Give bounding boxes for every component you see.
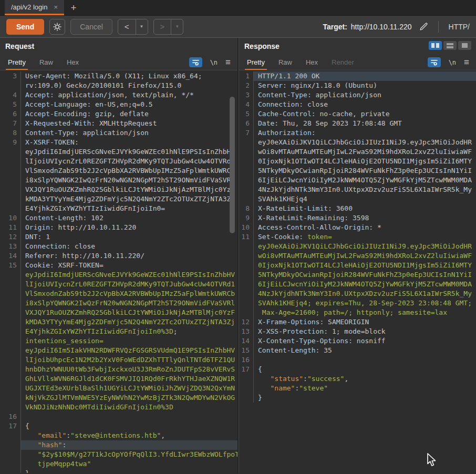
line-number: 13 [239, 327, 253, 336]
close-icon[interactable]: × [54, 3, 58, 11]
code-line: "$2y$10$M/g27T1kJcOpYOfPqQlI3.YfdLIwr3EW… [0, 450, 237, 459]
settings-button[interactable] [49, 19, 65, 35]
code-line: 10Access-Control-Allow-Origin: * [239, 223, 476, 232]
line-number: 6 [239, 119, 253, 128]
line-number: 17 [0, 421, 20, 431]
line-number [0, 450, 20, 459]
code-line: 9X-RateLimit-Remaining: 3598 [239, 213, 476, 223]
cancel-button[interactable]: Cancel [70, 19, 112, 35]
layout-columns-icon [436, 43, 439, 48]
tab-request-hex[interactable]: Hex [60, 55, 86, 70]
line-number: 3 [239, 90, 253, 100]
code-line: 4NzJkYjdhNTk3NmY3In0.UXtpxXDzv2uzFiS5L6X… [239, 185, 476, 194]
tab-response-render: Render [325, 55, 361, 70]
code-line: SVAhk1KHEjq4 [239, 194, 476, 204]
line-number: 10 [0, 213, 20, 223]
line-number [239, 166, 253, 176]
chevron-down-icon: ▼ [140, 24, 144, 29]
code-line: 13X-XSS-Protection: 1; mode=block [239, 327, 476, 336]
toolbar-divider [438, 21, 439, 33]
forward-history-dropdown[interactable]: ▼ [171, 19, 183, 34]
tab-response-hex[interactable]: Hex [299, 55, 325, 70]
line-number: 3 [0, 71, 20, 81]
line-number [0, 365, 20, 374]
line-number [0, 393, 20, 403]
line-number [239, 308, 253, 317]
line-number [0, 270, 20, 280]
code-line: 5NTkyMDkyOCwianRpIjoiR284WVFuNkFhZ3p0eEp… [239, 166, 476, 176]
line-number [239, 176, 253, 185]
request-scrollbar-thumb[interactable] [230, 97, 235, 233]
http-version-selector[interactable]: HTTP/ [449, 23, 470, 31]
layout-columns-button[interactable] [429, 41, 442, 50]
line-number [239, 251, 253, 261]
code-line: 4NzJkYjdhNTk3NmY3In0.UXtpxXDzv2uzFiS5L6X… [239, 289, 476, 298]
tab-request-pretty[interactable]: Pretty [1, 55, 33, 70]
code-line: 15Content-Length: 35 [239, 346, 476, 355]
tab-request-raw[interactable]: Raw [33, 55, 60, 70]
send-button[interactable]: Send [6, 19, 44, 35]
line-number [0, 280, 20, 289]
edit-pencil-icon[interactable] [419, 22, 428, 31]
back-split-button: < ▼ [118, 19, 148, 35]
code-line: eyJpdiI6Im5IakVHN2RDWFRVQzFGSGRSVUdmQ1E9… [0, 346, 237, 355]
line-number: 16 [239, 355, 253, 365]
code-line: E4YjhkZGIxYWZhYTIzIiwidGFnIjoiIn0= [0, 204, 237, 213]
response-editor[interactable]: 1HTTP/1.1 200 OK2Server: nginx/1.18.0 (U… [239, 70, 476, 473]
line-number: 10 [239, 223, 253, 232]
layout-rows-icon [447, 46, 453, 48]
word-wrap-toggle[interactable] [189, 57, 202, 67]
response-tabs: Pretty Raw Hex Render \n ≡ [239, 55, 476, 70]
new-tab-button[interactable]: + [64, 0, 83, 15]
line-number [0, 374, 20, 384]
request-title: Request [0, 38, 237, 55]
tab-response-raw[interactable]: Raw [272, 55, 299, 70]
layout-rows-icon [447, 43, 453, 45]
line-number [0, 317, 20, 327]
tab-title: /api/v2 login [11, 3, 47, 11]
line-number [0, 355, 20, 365]
request-tabs: Pretty Raw Hex \n ≡ [0, 55, 237, 70]
show-newlines-toggle[interactable]: \n [449, 59, 456, 66]
hamburger-menu-icon[interactable]: ≡ [464, 57, 469, 68]
tab-response-pretty[interactable]: Pretty [240, 55, 272, 70]
line-number: 7 [239, 128, 253, 138]
layout-single-button[interactable] [458, 41, 471, 50]
request-editor[interactable]: 3User-Agent: Mozilla/5.0 (X11; Linux x86… [0, 70, 237, 473]
request-header: Request Pretty Raw Hex \n ≡ [0, 38, 237, 70]
line-number: 6 [0, 109, 20, 119]
forward-button[interactable]: > [154, 19, 171, 34]
line-number [239, 298, 253, 308]
code-line: 5Cache-Control: no-cache, private [239, 109, 476, 119]
line-number [0, 298, 20, 308]
layout-rows-button[interactable] [443, 41, 457, 50]
response-header: Response Pretty Raw [239, 38, 476, 70]
code-line: 11Set-Cookie: token= [239, 232, 476, 242]
line-number [0, 81, 20, 90]
show-newlines-toggle[interactable]: \n [210, 59, 218, 66]
back-button[interactable]: < [118, 19, 136, 34]
response-editor-tools: \n ≡ [428, 55, 476, 70]
code-line: Max-Age=21600; path=/; httponly; samesit… [239, 308, 476, 317]
code-line: 8Content-Type: application/json [0, 128, 237, 138]
hamburger-menu-icon[interactable]: ≡ [225, 57, 231, 68]
code-line: i8xSlpYQWNGK2IwQzFrN20wNGN2NGpMT2hST29ON… [0, 298, 237, 308]
back-history-dropdown[interactable]: ▼ [136, 19, 148, 34]
line-number [239, 261, 253, 270]
line-number [239, 185, 253, 194]
code-line: "status":"success", [239, 374, 476, 384]
code-line: eyJ0eXAiOiJKV1QiLCJhbGciOiJIUzI1NiJ9.eyJ… [239, 138, 476, 147]
tab-api-v2-login[interactable]: /api/v2 login × [5, 0, 64, 15]
layout-columns-icon [431, 43, 434, 48]
code-line: 6IjEiLCJwcnYiOiIyM2JkNWM4OTQ5ZjYwMGFkYjM… [239, 176, 476, 185]
line-number: 13 [0, 242, 20, 251]
line-number: 16 [0, 412, 20, 421]
message-panels: Request Pretty Raw Hex \n ≡ 3User-Agent:… [0, 38, 476, 473]
code-line: kMDA3YTYyYmE4Mjg2ZDFmYjc5N2Q4NmY2ZTc2OTU… [0, 317, 237, 327]
code-line: E4YjhkZGIxYWZhYTIzIiwidGFnIjoiIn0%3D; [0, 327, 237, 336]
word-wrap-toggle[interactable] [428, 57, 441, 67]
code-line: "email":"steve@intentions.htb", [0, 431, 237, 440]
line-number: 4 [239, 100, 253, 109]
code-line: wOi8vMTAuMTAuMTEuMjIwL2FwaS92Mi9hdXRoL2x… [239, 147, 476, 157]
code-line: 17{ [0, 421, 237, 431]
